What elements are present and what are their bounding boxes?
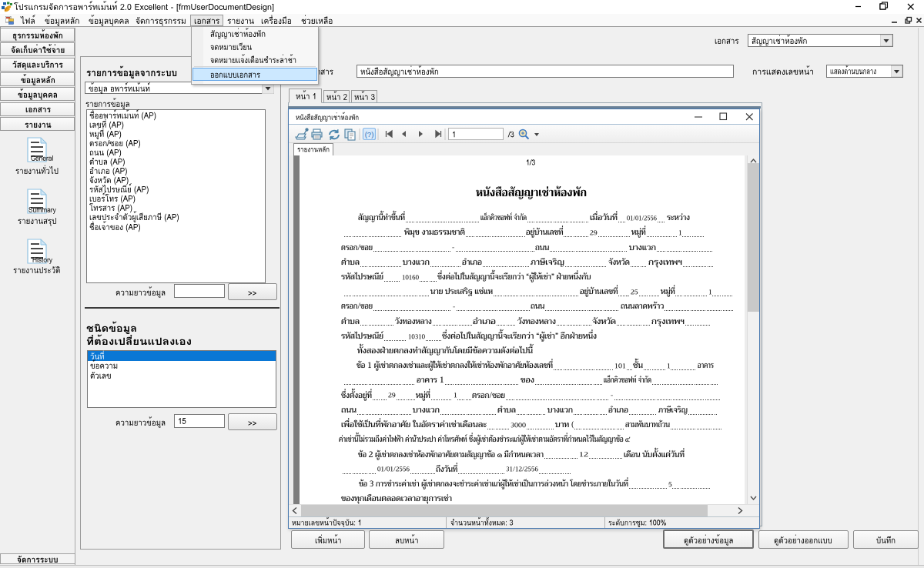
svg-text:(?): (?) [365, 130, 374, 139]
